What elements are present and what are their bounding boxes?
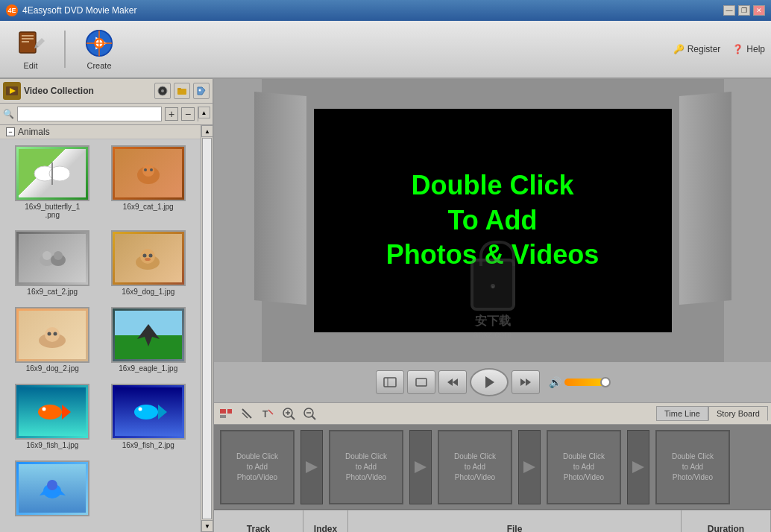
panel-tab-label: Video Collection <box>24 86 94 96</box>
aspect-ratio-button[interactable] <box>407 370 435 394</box>
storyboard-slot-1[interactable]: Double Clickto AddPhoto/Video <box>220 430 295 504</box>
zoom-in-button[interactable] <box>280 405 298 422</box>
media-filename: 16x9_dog_1.jpg <box>122 288 174 296</box>
list-item[interactable]: 16x9_eagle_1.jpg <box>102 307 195 381</box>
list-item[interactable]: 16x9_cat_1.jpg <box>102 145 195 227</box>
svg-rect-1 <box>22 35 34 37</box>
svg-point-46 <box>47 480 57 490</box>
storyboard-tab[interactable]: Story Board <box>708 406 768 421</box>
folder-header: − Animals <box>0 125 201 139</box>
help-icon: ❓ <box>732 44 743 54</box>
scroll-up-button[interactable]: ▲ <box>201 125 213 137</box>
volume-knob[interactable] <box>600 377 611 387</box>
list-item[interactable]: 16x9_fish_1.jpg <box>6 384 99 457</box>
timeline-tab[interactable]: Time Line <box>656 406 708 421</box>
transition-slot-1[interactable] <box>300 430 323 504</box>
index-column-header: Index <box>303 510 348 532</box>
svg-point-41 <box>43 408 46 411</box>
video-collection-icon <box>3 82 21 100</box>
app-logo: 4E <box>6 4 18 16</box>
folder-icon-btn[interactable] <box>174 83 190 99</box>
list-item[interactable] <box>6 460 99 526</box>
media-thumbnail <box>111 230 186 286</box>
track-area: Track Index File Duration <box>214 510 771 532</box>
help-button[interactable]: ❓ Help <box>732 44 765 54</box>
fit-screen-button[interactable] <box>376 370 404 394</box>
timeline-tool-2[interactable] <box>238 405 256 422</box>
add-media-button[interactable]: + <box>165 107 178 121</box>
svg-marker-73 <box>306 461 318 473</box>
edit-label: Edit <box>24 61 38 70</box>
svg-rect-2 <box>22 38 34 39</box>
play-button[interactable] <box>470 368 509 396</box>
media-filename: 16x9_cat_1.jpg <box>123 203 174 211</box>
svg-point-14 <box>161 89 164 92</box>
app-title: 4Easysoft DVD Movie Maker <box>22 5 136 16</box>
create-button[interactable]: Create <box>75 23 124 75</box>
transition-slot-3[interactable] <box>518 430 541 504</box>
rewind-button[interactable] <box>438 370 467 394</box>
scroll-down-button[interactable]: ▼ <box>201 520 213 532</box>
register-button[interactable]: 🔑 Register <box>673 44 721 54</box>
list-item[interactable]: 16x9_dog_1.jpg <box>102 230 195 304</box>
watermark-text: 安下载 <box>475 314 511 329</box>
list-item[interactable]: 16x9_fish_2.jpg <box>102 384 195 457</box>
disc-icon-btn[interactable] <box>154 83 171 99</box>
watermark: 安下载 anxz.com <box>471 259 515 340</box>
track-column-header: Track <box>214 510 303 532</box>
svg-point-37 <box>53 332 57 335</box>
svg-point-31 <box>143 253 147 257</box>
transition-slot-4[interactable] <box>627 430 649 504</box>
svg-point-33 <box>145 258 151 261</box>
svg-point-28 <box>54 251 63 260</box>
storyboard-slot-3[interactable]: Double Clickto AddPhoto/Video <box>438 430 512 504</box>
storyboard-slot-text: Double Clickto AddPhoto/Video <box>672 452 714 483</box>
transition-slot-2[interactable] <box>409 430 432 504</box>
svg-marker-40 <box>62 405 71 419</box>
svg-point-30 <box>140 249 155 264</box>
svg-rect-59 <box>220 409 226 414</box>
list-item[interactable]: 16x9_butterfly_1.png <box>6 145 99 227</box>
folder-collapse-button[interactable]: − <box>6 127 15 136</box>
search-input[interactable] <box>17 107 162 121</box>
storyboard-slot-4[interactable]: Double Clickto AddPhoto/Video <box>547 430 621 504</box>
svg-marker-76 <box>632 461 644 473</box>
svg-point-39 <box>38 405 62 419</box>
edit-icon <box>16 28 45 58</box>
preview-area: Double ClickTo AddPhotos & Videos 安下载 an… <box>214 79 771 362</box>
svg-marker-75 <box>523 461 535 473</box>
svg-point-36 <box>47 332 51 335</box>
timeline-tool-1[interactable] <box>217 405 235 422</box>
vertical-scrollbar[interactable]: ▲ ▼ <box>201 125 213 532</box>
fast-forward-button[interactable] <box>512 370 540 394</box>
volume-icon: 🔊 <box>549 376 561 388</box>
right-panel: Double ClickTo AddPhotos & Videos 安下载 an… <box>214 79 771 532</box>
minimize-button[interactable]: — <box>723 5 735 16</box>
zoom-out-button[interactable] <box>300 405 318 422</box>
volume-bar[interactable] <box>564 379 609 386</box>
svg-line-71 <box>312 416 315 419</box>
storyboard-slot-2[interactable]: Double Clickto AddPhoto/Video <box>329 430 403 504</box>
media-thumbnail <box>111 307 186 363</box>
timeline-tool-3[interactable]: T <box>259 405 277 422</box>
svg-point-42 <box>134 405 158 419</box>
storyboard-slot-5[interactable]: Double Clickto AddPhoto/Video <box>655 430 730 504</box>
svg-point-24 <box>150 168 153 171</box>
media-thumbnail <box>15 307 89 363</box>
scroll-up-btn[interactable]: ▲ <box>198 107 210 118</box>
tag-icon-btn[interactable] <box>193 83 210 99</box>
close-button[interactable]: ✕ <box>753 5 765 16</box>
toolbar-right: 🔑 Register ❓ Help <box>673 44 765 54</box>
folder-name: Animals <box>18 127 50 137</box>
storyboard-area: Double Clickto AddPhoto/Video Double Cli… <box>214 425 771 510</box>
media-filename: 16x9_fish_2.jpg <box>122 441 174 449</box>
restore-button[interactable]: ❐ <box>738 5 750 16</box>
remove-media-button[interactable]: − <box>181 107 195 121</box>
playback-controls: 🔊 <box>214 362 771 402</box>
titlebar-left: 4E 4Easysoft DVD Movie Maker <box>6 4 136 16</box>
list-item[interactable]: 16x9_cat_2.jpg <box>6 230 99 304</box>
create-icon <box>84 28 114 58</box>
list-item[interactable]: 16x9_dog_2.jpg <box>6 307 99 381</box>
watermark-sub: anxz.com <box>473 329 512 340</box>
edit-button[interactable]: Edit <box>6 23 55 75</box>
